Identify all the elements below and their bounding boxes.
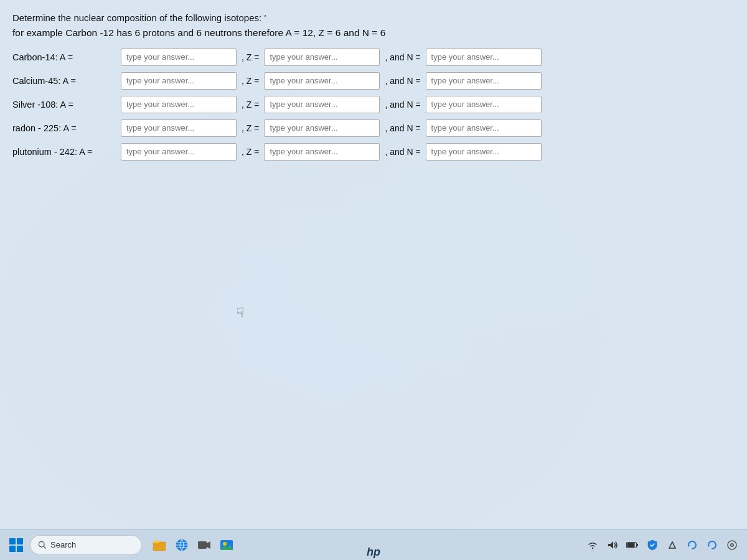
- isotope-row: Silver -108: A = , Z = , and N =: [12, 96, 735, 113]
- instructions: Determine the nuclear composition of the…: [12, 11, 735, 40]
- instruction-line2: for example Carbon -12 has 6 protons and…: [12, 26, 735, 40]
- separator-z-1: , Z =: [242, 76, 259, 86]
- answer-input-n-0[interactable]: [426, 49, 542, 66]
- separator-z-3: , Z =: [242, 123, 259, 133]
- taskbar: Search: [0, 529, 747, 560]
- answer-input-a-4[interactable]: [121, 143, 237, 161]
- battery-icon[interactable]: [624, 536, 641, 554]
- main-content: Determine the nuclear composition of the…: [0, 0, 747, 529]
- search-label: Search: [50, 540, 76, 549]
- instruction-line1: Determine the nuclear composition of the…: [12, 11, 735, 26]
- windows-logo: [9, 538, 23, 552]
- answer-input-z-0[interactable]: [264, 49, 380, 66]
- answer-input-a-3[interactable]: [121, 119, 237, 137]
- answer-input-n-2[interactable]: [426, 96, 542, 113]
- photo-icon[interactable]: [217, 535, 237, 555]
- answer-input-z-2[interactable]: [264, 96, 380, 113]
- file-explorer-icon[interactable]: [149, 535, 169, 555]
- isotope-label-1: Calcium-45: A =: [12, 76, 118, 86]
- arrow-icon[interactable]: [664, 536, 681, 554]
- answer-input-a-1[interactable]: [121, 72, 237, 90]
- answer-input-a-2[interactable]: [121, 96, 237, 113]
- isotope-label-2: Silver -108: A =: [12, 100, 118, 110]
- isotope-label-0: Carbon-14: A =: [12, 52, 118, 62]
- network-icon[interactable]: [584, 536, 601, 554]
- camera-icon[interactable]: [194, 535, 214, 555]
- isotope-row: radon - 225: A = , Z = , and N =: [12, 119, 735, 137]
- start-button[interactable]: [6, 535, 26, 555]
- answer-input-n-3[interactable]: [426, 119, 542, 137]
- isotope-label-3: radon - 225: A =: [12, 123, 118, 133]
- search-icon: [38, 541, 47, 549]
- svg-rect-6: [198, 541, 207, 549]
- separator-z-2: , Z =: [242, 100, 259, 110]
- svg-rect-14: [627, 543, 635, 547]
- answer-input-n-4[interactable]: [426, 143, 542, 161]
- and-n-label-0: , and N =: [385, 52, 420, 62]
- svg-marker-7: [207, 541, 210, 549]
- isotope-label-4: plutonium - 242: A =: [12, 147, 118, 157]
- refresh-icon[interactable]: [684, 536, 701, 554]
- answer-input-z-1[interactable]: [264, 72, 380, 90]
- svg-line-1: [44, 546, 45, 548]
- taskbar-icons: [149, 535, 237, 555]
- music-icon[interactable]: [723, 536, 741, 554]
- and-n-label-4: , and N =: [385, 147, 420, 157]
- separator-z-4: , Z =: [242, 147, 259, 157]
- svg-marker-12: [608, 541, 613, 549]
- shield-icon[interactable]: [644, 536, 661, 554]
- isotope-rows: Carbon-14: A = , Z = , and N = Calcium-4…: [12, 49, 735, 161]
- answer-input-a-0[interactable]: [121, 49, 237, 66]
- isotope-row: Calcium-45: A = , Z = , and N =: [12, 72, 735, 90]
- taskbar-search-bar[interactable]: Search: [30, 535, 142, 555]
- browser-icon[interactable]: [172, 535, 192, 555]
- refresh2-icon[interactable]: [703, 536, 721, 554]
- answer-input-z-3[interactable]: [264, 119, 380, 137]
- taskbar-right: [584, 536, 741, 554]
- svg-marker-16: [669, 542, 675, 548]
- volume-icon[interactable]: [604, 536, 621, 554]
- svg-point-11: [592, 547, 593, 548]
- isotope-row: plutonium - 242: A = , Z = , and N =: [12, 143, 735, 161]
- answer-input-n-1[interactable]: [426, 72, 542, 90]
- and-n-label-1: , and N =: [385, 76, 420, 86]
- and-n-label-3: , and N =: [385, 123, 420, 133]
- svg-point-21: [731, 544, 733, 546]
- separator-z-0: , Z =: [242, 52, 259, 62]
- svg-rect-15: [637, 544, 638, 546]
- answer-input-z-4[interactable]: [264, 143, 380, 161]
- and-n-label-2: , and N =: [385, 100, 420, 110]
- isotope-row: Carbon-14: A = , Z = , and N =: [12, 49, 735, 66]
- svg-rect-3: [153, 541, 159, 543]
